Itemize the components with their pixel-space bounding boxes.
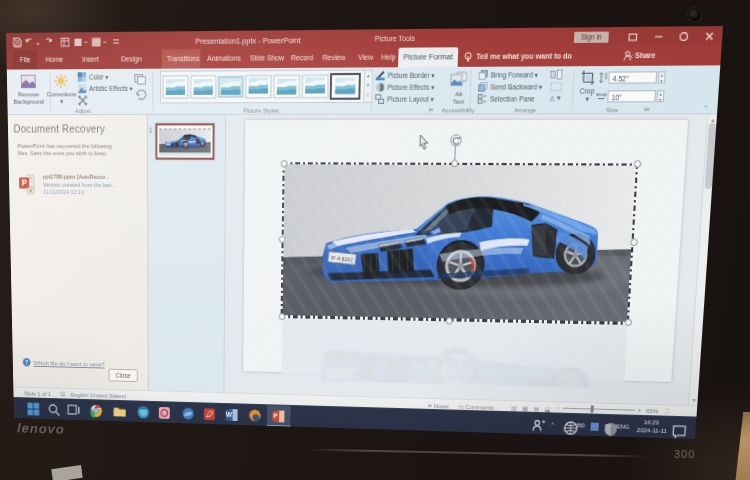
svg-text:?: ? <box>25 359 29 366</box>
svg-text:P: P <box>273 413 278 420</box>
svg-text:W: W <box>226 411 233 418</box>
svg-text:P: P <box>22 178 28 188</box>
